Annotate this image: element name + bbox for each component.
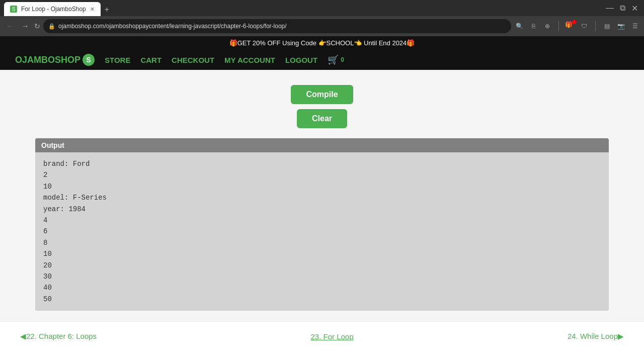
rss-icon[interactable]: ⊕	[542, 21, 552, 31]
share-icon[interactable]: ⎘	[528, 21, 538, 31]
active-tab[interactable]: S For Loop - OjamboShop ✕	[4, 2, 101, 16]
next-page-link[interactable]: 24. While Loop▶	[568, 332, 624, 341]
promo-bar: 🎁GET 20% OFF Using Code 👉SCHOOL👈 Until E…	[0, 36, 644, 50]
output-line: 6	[43, 226, 601, 237]
refresh-button[interactable]: ↻	[34, 22, 40, 30]
url-text: ojamboshop.com/ojamboshoppaycontent/lear…	[58, 23, 287, 30]
close-window-button[interactable]: ✕	[629, 2, 640, 15]
footer-navigation: ◀22. Chapter 6: Loops 23. For Loop 24. W…	[0, 321, 644, 351]
output-line: 20	[43, 260, 601, 271]
logo[interactable]: OJAMBOSHOP S	[15, 54, 95, 66]
output-line: year: 1984	[43, 204, 601, 215]
output-box: Output brand: Ford210model: F-Seriesyear…	[35, 138, 609, 311]
compile-button[interactable]: Compile	[291, 85, 353, 104]
content-inner: Compile Clear Output brand: Ford210model…	[25, 80, 619, 311]
cart-count: 0	[341, 56, 344, 63]
current-page-link[interactable]: 23. For Loop	[310, 332, 353, 341]
minimize-button[interactable]: —	[604, 2, 616, 15]
toolbar-actions: 🔍 ⎘ ⊕ 🎁 🛡 ▤ 📷 ☰	[514, 21, 640, 31]
cart-icon-area[interactable]: 🛒 0	[328, 54, 344, 65]
prev-page-link[interactable]: ◀22. Chapter 6: Loops	[20, 332, 97, 341]
tab-close-button[interactable]: ✕	[90, 6, 95, 13]
output-line: model: F-Series	[43, 192, 601, 203]
restore-button[interactable]: ⧉	[618, 2, 627, 15]
cart-icon: 🛒	[328, 54, 339, 65]
settings-icon[interactable]: ☰	[630, 21, 640, 31]
address-bar[interactable]: 🔒 ojamboshop.com/ojamboshoppaycontent/le…	[43, 19, 511, 33]
reading-mode-icon[interactable]: ▤	[602, 21, 612, 31]
browser-titlebar: S For Loop - OjamboShop ✕ + — ⧉ ✕	[0, 0, 644, 16]
logout-link[interactable]: LOGOUT	[285, 56, 317, 64]
output-content: brand: Ford210model: F-Seriesyear: 19844…	[35, 152, 609, 311]
back-button[interactable]: ←	[4, 20, 16, 33]
checkout-link[interactable]: CHECKOUT	[172, 56, 214, 64]
logo-s-icon: S	[83, 54, 95, 66]
promo-text: 🎁GET 20% OFF Using Code 👉SCHOOL👈 Until E…	[229, 39, 415, 47]
output-line: 10	[43, 248, 601, 259]
button-area: Compile Clear	[35, 80, 609, 138]
output-header: Output	[35, 138, 609, 152]
output-line: 2	[43, 169, 601, 180]
browser-toolbar: ← → ↻ 🔒 ojamboshop.com/ojamboshoppaycont…	[0, 16, 644, 36]
clear-button[interactable]: Clear	[297, 109, 347, 128]
screenshot-icon[interactable]: 📷	[616, 21, 626, 31]
tab-bar: S For Loop - OjamboShop ✕ +	[4, 0, 113, 16]
extension-icon-2[interactable]: 🛡	[579, 21, 589, 31]
browser-chrome: S For Loop - OjamboShop ✕ + — ⧉ ✕ ← → ↻ …	[0, 0, 644, 36]
search-toolbar-icon[interactable]: 🔍	[514, 21, 524, 31]
output-line: 10	[43, 181, 601, 192]
output-line: 30	[43, 271, 601, 282]
forward-button[interactable]: →	[19, 20, 31, 33]
output-line: 8	[43, 237, 601, 248]
tab-favicon: S	[10, 6, 17, 13]
new-tab-button[interactable]: +	[101, 3, 113, 16]
security-icon: 🔒	[48, 23, 55, 30]
tab-title: For Loop - OjamboShop	[21, 6, 86, 13]
output-line: brand: Ford	[43, 158, 601, 169]
logo-text: OJAMBOSHOP	[15, 55, 80, 65]
cart-link[interactable]: CART	[140, 56, 162, 64]
output-line: 4	[43, 215, 601, 226]
page: 🎁GET 20% OFF Using Code 👉SCHOOL👈 Until E…	[0, 36, 644, 351]
store-link[interactable]: STORE	[105, 56, 130, 64]
content-area: Compile Clear Output brand: Ford210model…	[0, 70, 644, 321]
output-line: 40	[43, 282, 601, 293]
navigation: OJAMBOSHOP S STORE CART CHECKOUT MY ACCO…	[0, 50, 644, 70]
extension-icon-1[interactable]: 🎁	[565, 21, 575, 31]
my-account-link[interactable]: MY ACCOUNT	[224, 56, 275, 64]
output-line: 50	[43, 294, 601, 305]
